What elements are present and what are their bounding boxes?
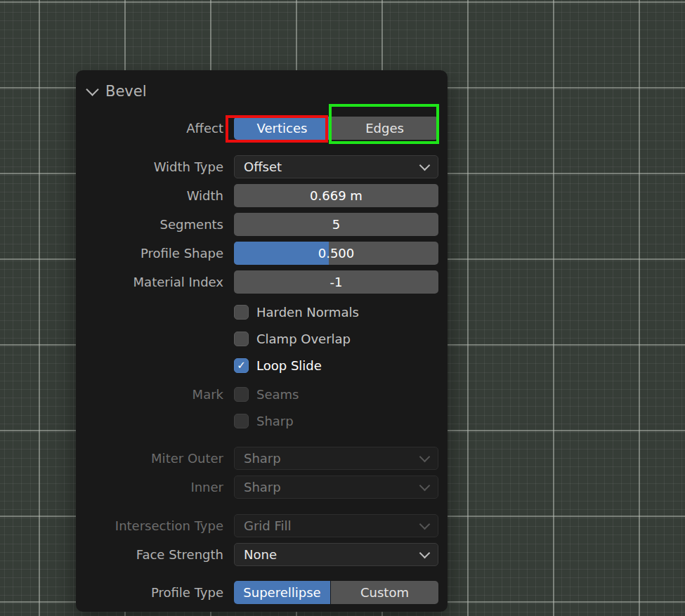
intersection-type-row: Intersection Type Grid Fill (86, 514, 438, 537)
sharp-label: Sharp (256, 414, 294, 428)
loop-slide-row: ✓ Loop Slide (86, 357, 438, 374)
segments-label: Segments (86, 217, 223, 232)
sharp-checkbox (234, 414, 249, 428)
loop-slide-checkbox[interactable]: ✓ (234, 358, 249, 373)
profile-shape-row: Profile Shape 0.500 (86, 242, 438, 265)
width-type-value: Offset (244, 159, 282, 174)
seams-checkbox (234, 387, 249, 402)
width-type-dropdown[interactable]: Offset (234, 155, 438, 178)
width-type-row: Width Type Offset (86, 155, 438, 178)
profile-type-row: Profile Type Superellipse Custom (86, 581, 438, 604)
profile-type-label: Profile Type (86, 585, 223, 600)
bevel-modifier-panel: Bevel Affect Vertices Edges Width Type O… (76, 70, 448, 612)
affect-label: Affect (86, 121, 223, 136)
width-value: 0.669 m (310, 188, 363, 203)
viewport-3d-grid[interactable]: Bevel Affect Vertices Edges Width Type O… (0, 0, 685, 616)
face-strength-label: Face Strength (86, 547, 223, 562)
chevron-down-icon (419, 480, 431, 491)
affect-row: Affect Vertices Edges (86, 117, 438, 140)
face-strength-dropdown[interactable]: None (234, 543, 438, 566)
width-type-label: Width Type (86, 159, 223, 174)
seams-label: Seams (256, 387, 299, 402)
mark-seams-row: Mark Seams (86, 386, 438, 402)
material-index-label: Material Index (86, 275, 223, 289)
segments-value: 5 (332, 217, 340, 232)
segments-field[interactable]: 5 (234, 213, 438, 236)
profile-type-segmented-control: Superellipse Custom (234, 581, 438, 604)
affect-edges-button[interactable]: Edges (331, 117, 438, 140)
face-strength-value: None (244, 547, 277, 562)
miter-inner-row: Inner Sharp (86, 476, 438, 499)
miter-inner-dropdown: Sharp (234, 476, 438, 499)
harden-normals-checkbox[interactable] (234, 305, 249, 320)
intersection-type-dropdown: Grid Fill (234, 514, 438, 537)
miter-outer-row: Miter Outer Sharp (86, 447, 438, 470)
panel-title: Bevel (105, 83, 147, 100)
chevron-down-icon (419, 159, 431, 171)
profile-shape-label: Profile Shape (86, 246, 223, 261)
chevron-down-icon (419, 547, 431, 558)
width-row: Width 0.669 m (86, 184, 438, 207)
mark-sharp-row: Sharp (86, 412, 438, 429)
miter-outer-label: Miter Outer (86, 451, 223, 466)
mark-label: Mark (86, 387, 223, 402)
profile-type-custom-button[interactable]: Custom (331, 581, 438, 604)
width-field[interactable]: 0.669 m (234, 184, 438, 207)
chevron-down-icon (86, 83, 98, 96)
material-index-value: -1 (330, 275, 343, 289)
miter-outer-value: Sharp (244, 451, 281, 466)
profile-shape-value: 0.500 (318, 246, 355, 261)
inner-value: Sharp (244, 480, 281, 494)
loop-slide-label: Loop Slide (256, 358, 322, 373)
intersection-type-label: Intersection Type (86, 518, 223, 533)
miter-outer-dropdown: Sharp (234, 447, 438, 470)
checkmark-icon: ✓ (237, 360, 246, 371)
material-index-field[interactable]: -1 (234, 270, 438, 294)
harden-normals-label: Harden Normals (256, 305, 359, 320)
width-label: Width (86, 188, 223, 203)
affect-vertices-button[interactable]: Vertices (234, 117, 330, 140)
intersection-type-value: Grid Fill (244, 518, 292, 533)
inner-label: Inner (86, 480, 223, 494)
clamp-overlap-checkbox[interactable] (234, 332, 249, 346)
clamp-overlap-label: Clamp Overlap (256, 332, 351, 346)
face-strength-row: Face Strength None (86, 543, 438, 566)
clamp-overlap-row: Clamp Overlap (86, 330, 438, 347)
chevron-down-icon (419, 518, 431, 530)
segments-row: Segments 5 (86, 213, 438, 236)
material-index-row: Material Index -1 (86, 270, 438, 294)
chevron-down-icon (419, 451, 431, 462)
affect-segmented-control: Vertices Edges (234, 117, 438, 140)
panel-header-bevel[interactable]: Bevel (86, 70, 438, 101)
profile-type-superellipse-button[interactable]: Superellipse (234, 581, 330, 604)
profile-shape-slider[interactable]: 0.500 (234, 242, 438, 265)
slider-fill (234, 242, 329, 265)
harden-normals-row: Harden Normals (86, 303, 438, 320)
